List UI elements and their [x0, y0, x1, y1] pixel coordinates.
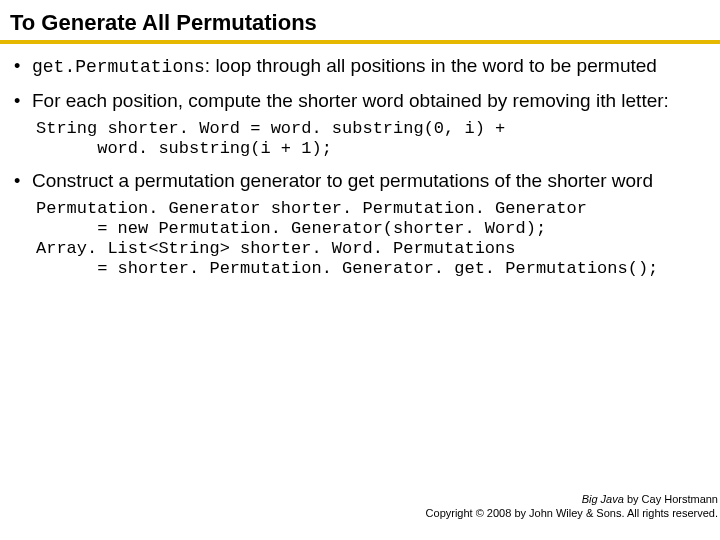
- code-block-2: Permutation. Generator shorter. Permutat…: [36, 199, 706, 279]
- bullet-1-rest: : loop through all positions in the word…: [205, 55, 657, 76]
- title-underline: [0, 40, 720, 44]
- footer-copyright: Copyright © 2008 by John Wiley & Sons. A…: [426, 506, 718, 520]
- bullet-3: • Construct a permutation generator to g…: [14, 169, 706, 193]
- footer-book-title: Big Java: [582, 493, 624, 505]
- bullet-1-text: get.Permutations: loop through all posit…: [32, 54, 657, 79]
- bullet-dot-icon: •: [14, 169, 32, 193]
- code-block-1: String shorter. Word = word. substring(0…: [36, 119, 706, 159]
- footer-author: by Cay Horstmann: [624, 493, 718, 505]
- bullet-2-text: For each position, compute the shorter w…: [32, 89, 669, 113]
- footer-line-1: Big Java by Cay Horstmann: [426, 492, 718, 506]
- bullet-dot-icon: •: [14, 54, 32, 78]
- bullet-1: • get.Permutations: loop through all pos…: [14, 54, 706, 79]
- bullet-3-text: Construct a permutation generator to get…: [32, 169, 653, 193]
- slide-content: • get.Permutations: loop through all pos…: [0, 54, 720, 279]
- bullet-dot-icon: •: [14, 89, 32, 113]
- footer: Big Java by Cay Horstmann Copyright © 20…: [426, 492, 718, 520]
- bullet-1-code: get.Permutations: [32, 57, 205, 77]
- slide-title: To Generate All Permutations: [0, 0, 720, 40]
- bullet-2: • For each position, compute the shorter…: [14, 89, 706, 113]
